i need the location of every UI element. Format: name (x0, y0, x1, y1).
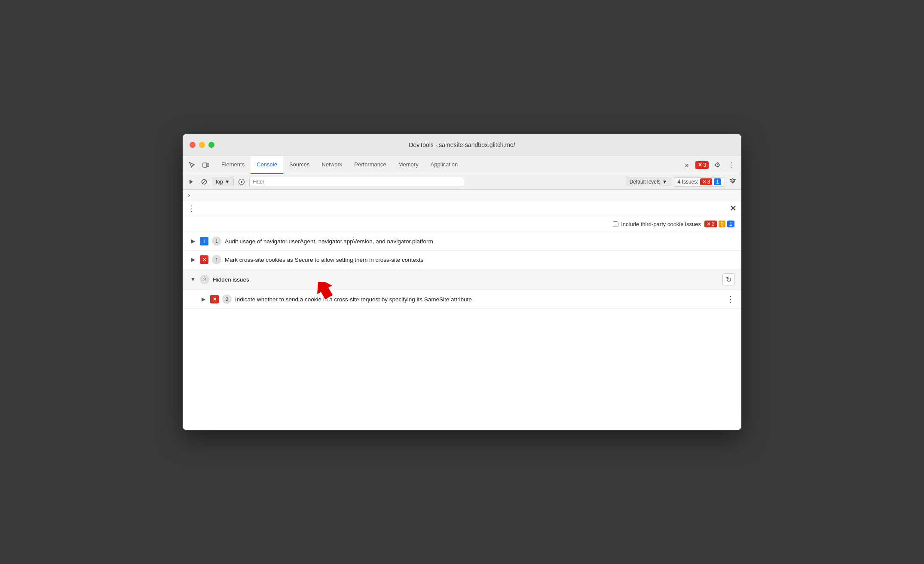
close-panel-icon[interactable]: ✕ (730, 204, 736, 213)
expand-audit-icon[interactable]: ▶ (190, 238, 196, 244)
refresh-button[interactable]: ↻ (722, 273, 734, 285)
tab-performance[interactable]: Performance (348, 156, 392, 174)
third-party-checkbox-label[interactable]: Include third-party cookie issues (613, 221, 701, 227)
sub-issue-samesite[interactable]: ▶ ✕ 2 Indicate whether to send a cookie … (183, 290, 741, 309)
log-levels-dropdown[interactable]: Default levels ▼ (626, 178, 671, 186)
samesite-count: 2 (222, 294, 232, 304)
summary-blue-badge: 1 (727, 221, 734, 227)
error-x-icon: ✕ (698, 162, 702, 168)
tab-bar: Elements Console Sources Network Perform… (183, 156, 741, 174)
third-party-row: Include third-party cookie issues ✕ 3 0 … (183, 216, 741, 232)
svg-rect-0 (203, 163, 207, 167)
execute-icon[interactable] (186, 177, 196, 187)
hidden-issues-count: 2 (200, 275, 209, 284)
filter-input[interactable] (249, 177, 464, 187)
tab-bar-icons (186, 159, 212, 171)
samesite-more-button[interactable]: ⋮ (727, 294, 734, 304)
settings-button[interactable]: ⚙ (711, 159, 723, 171)
vertical-dots-icon[interactable]: ⋮ (188, 205, 196, 212)
close-button[interactable] (190, 142, 196, 148)
tab-network[interactable]: Network (316, 156, 349, 174)
context-dropdown[interactable]: top ▼ (212, 178, 234, 186)
svg-rect-1 (207, 164, 209, 166)
maximize-button[interactable] (208, 142, 214, 148)
summary-orange-badge: 0 (719, 221, 726, 227)
audit-count: 1 (212, 236, 221, 246)
crosssite-count: 1 (212, 255, 221, 264)
tab-console[interactable]: Console (251, 156, 283, 174)
breadcrumb-arrow-icon[interactable]: › (188, 191, 190, 199)
issues-info-badge: 1 (714, 178, 721, 185)
crosssite-issue-type-icon: ✕ (200, 255, 208, 264)
more-tabs-button[interactable]: » (681, 159, 693, 171)
hidden-issues-row[interactable]: ▼ 2 Hidden issues ↻ (183, 269, 741, 290)
devtools-window: DevTools - samesite-sandbox.glitch.me/ E… (183, 134, 741, 430)
issues-summary-badges: ✕ 3 0 1 (704, 221, 734, 227)
tab-memory[interactable]: Memory (392, 156, 425, 174)
console-toolbar: top ▼ Default levels ▼ 4 Issues: ✕ 3 1 (183, 174, 741, 190)
third-party-checkbox[interactable] (613, 221, 618, 227)
audit-issue-text: Audit usage of navigator.userAgent, navi… (225, 238, 734, 245)
issues-count-badge[interactable]: 4 Issues: ✕ 3 1 (674, 177, 725, 187)
minimize-button[interactable] (199, 142, 205, 148)
expand-samesite-icon[interactable]: ▶ (200, 296, 207, 302)
svg-line-3 (202, 180, 206, 184)
hidden-issues-label: Hidden issues (213, 276, 249, 283)
samesite-issue-type-icon: ✕ (210, 295, 219, 303)
window-controls (190, 142, 214, 148)
hidden-issues-section: ▼ 2 Hidden issues ↻ (183, 269, 741, 290)
summary-red-badge: ✕ 3 (704, 221, 717, 227)
device-toggle-icon[interactable] (200, 159, 212, 171)
tab-bar-right: » ✕ 3 ⚙ ⋮ (681, 159, 738, 171)
tab-sources[interactable]: Sources (283, 156, 316, 174)
console-settings-icon[interactable] (728, 177, 738, 187)
issues-toolbar-row: › (183, 190, 741, 201)
dots-menu-row: ⋮ ✕ (183, 201, 741, 216)
main-content: › ⋮ ✕ Include third-party cookie issues … (183, 190, 741, 430)
more-options-button[interactable]: ⋮ (726, 159, 738, 171)
issue-row-crosssite[interactable]: ▶ ✕ 1 Mark cross-site cookies as Secure … (183, 251, 741, 269)
issues-error-badge: ✕ 3 (700, 178, 713, 185)
issue-row-audit[interactable]: ▶ i 1 Audit usage of navigator.userAgent… (183, 232, 741, 251)
expand-crosssite-icon[interactable]: ▶ (190, 257, 196, 263)
svg-point-5 (241, 181, 242, 183)
audit-issue-type-icon: i (200, 237, 208, 245)
inspect-icon[interactable] (186, 159, 198, 171)
error-count-badge[interactable]: ✕ 3 (695, 161, 709, 169)
samesite-issue-text: Indicate whether to send a cookie in a c… (235, 296, 723, 303)
window-title: DevTools - samesite-sandbox.glitch.me/ (409, 141, 515, 148)
expand-hidden-icon[interactable]: ▼ (190, 276, 196, 282)
crosssite-issue-text: Mark cross-site cookies as Secure to all… (225, 257, 734, 263)
tab-application[interactable]: Application (425, 156, 464, 174)
preserve-log-icon[interactable] (236, 177, 247, 187)
issues-panel: Include third-party cookie issues ✕ 3 0 … (183, 216, 741, 309)
title-bar: DevTools - samesite-sandbox.glitch.me/ (183, 134, 741, 156)
block-icon[interactable] (199, 177, 209, 187)
tab-elements[interactable]: Elements (215, 156, 251, 174)
